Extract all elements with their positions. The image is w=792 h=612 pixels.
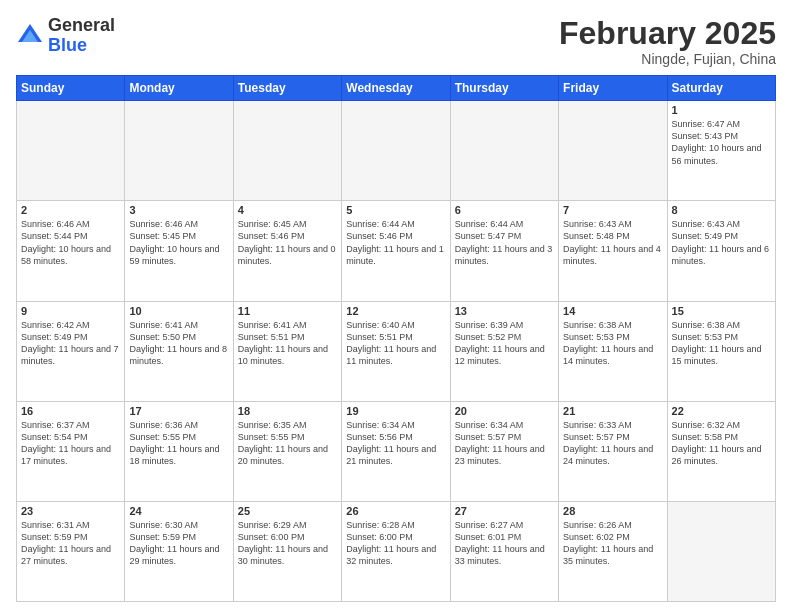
calendar-week-row: 9Sunrise: 6:42 AMSunset: 5:49 PMDaylight…	[17, 301, 776, 401]
day-info: Sunrise: 6:34 AMSunset: 5:56 PMDaylight:…	[346, 419, 445, 468]
day-number: 1	[672, 104, 771, 116]
month-year: February 2025	[559, 16, 776, 51]
logo-icon	[16, 22, 44, 50]
calendar-cell: 15Sunrise: 6:38 AMSunset: 5:53 PMDayligh…	[667, 301, 775, 401]
location: Ningde, Fujian, China	[559, 51, 776, 67]
day-info: Sunrise: 6:47 AMSunset: 5:43 PMDaylight:…	[672, 118, 771, 167]
day-info: Sunrise: 6:33 AMSunset: 5:57 PMDaylight:…	[563, 419, 662, 468]
day-info: Sunrise: 6:40 AMSunset: 5:51 PMDaylight:…	[346, 319, 445, 368]
day-number: 25	[238, 505, 337, 517]
calendar-cell: 16Sunrise: 6:37 AMSunset: 5:54 PMDayligh…	[17, 401, 125, 501]
day-info: Sunrise: 6:41 AMSunset: 5:50 PMDaylight:…	[129, 319, 228, 368]
day-info: Sunrise: 6:38 AMSunset: 5:53 PMDaylight:…	[672, 319, 771, 368]
calendar-cell: 20Sunrise: 6:34 AMSunset: 5:57 PMDayligh…	[450, 401, 558, 501]
calendar-cell	[342, 101, 450, 201]
calendar-week-row: 23Sunrise: 6:31 AMSunset: 5:59 PMDayligh…	[17, 501, 776, 601]
day-info: Sunrise: 6:28 AMSunset: 6:00 PMDaylight:…	[346, 519, 445, 568]
day-info: Sunrise: 6:46 AMSunset: 5:44 PMDaylight:…	[21, 218, 120, 267]
weekday-header: Sunday	[17, 76, 125, 101]
day-number: 19	[346, 405, 445, 417]
calendar-cell: 21Sunrise: 6:33 AMSunset: 5:57 PMDayligh…	[559, 401, 667, 501]
calendar-table: SundayMondayTuesdayWednesdayThursdayFrid…	[16, 75, 776, 602]
calendar-cell: 8Sunrise: 6:43 AMSunset: 5:49 PMDaylight…	[667, 201, 775, 301]
calendar-cell: 6Sunrise: 6:44 AMSunset: 5:47 PMDaylight…	[450, 201, 558, 301]
day-number: 27	[455, 505, 554, 517]
calendar-cell: 13Sunrise: 6:39 AMSunset: 5:52 PMDayligh…	[450, 301, 558, 401]
day-number: 26	[346, 505, 445, 517]
day-info: Sunrise: 6:36 AMSunset: 5:55 PMDaylight:…	[129, 419, 228, 468]
weekday-header: Saturday	[667, 76, 775, 101]
calendar-cell: 26Sunrise: 6:28 AMSunset: 6:00 PMDayligh…	[342, 501, 450, 601]
day-number: 7	[563, 204, 662, 216]
day-info: Sunrise: 6:39 AMSunset: 5:52 PMDaylight:…	[455, 319, 554, 368]
calendar-cell: 3Sunrise: 6:46 AMSunset: 5:45 PMDaylight…	[125, 201, 233, 301]
logo-blue: Blue	[48, 36, 115, 56]
calendar-cell: 24Sunrise: 6:30 AMSunset: 5:59 PMDayligh…	[125, 501, 233, 601]
day-info: Sunrise: 6:29 AMSunset: 6:00 PMDaylight:…	[238, 519, 337, 568]
weekday-row: SundayMondayTuesdayWednesdayThursdayFrid…	[17, 76, 776, 101]
weekday-header: Tuesday	[233, 76, 341, 101]
calendar-header: SundayMondayTuesdayWednesdayThursdayFrid…	[17, 76, 776, 101]
day-number: 6	[455, 204, 554, 216]
day-number: 10	[129, 305, 228, 317]
calendar-cell: 10Sunrise: 6:41 AMSunset: 5:50 PMDayligh…	[125, 301, 233, 401]
day-info: Sunrise: 6:27 AMSunset: 6:01 PMDaylight:…	[455, 519, 554, 568]
day-number: 16	[21, 405, 120, 417]
calendar-cell: 9Sunrise: 6:42 AMSunset: 5:49 PMDaylight…	[17, 301, 125, 401]
calendar-week-row: 1Sunrise: 6:47 AMSunset: 5:43 PMDaylight…	[17, 101, 776, 201]
calendar-cell: 27Sunrise: 6:27 AMSunset: 6:01 PMDayligh…	[450, 501, 558, 601]
calendar-cell	[450, 101, 558, 201]
day-info: Sunrise: 6:38 AMSunset: 5:53 PMDaylight:…	[563, 319, 662, 368]
calendar-cell: 7Sunrise: 6:43 AMSunset: 5:48 PMDaylight…	[559, 201, 667, 301]
day-number: 14	[563, 305, 662, 317]
day-number: 15	[672, 305, 771, 317]
logo: General Blue	[16, 16, 115, 56]
calendar-cell: 11Sunrise: 6:41 AMSunset: 5:51 PMDayligh…	[233, 301, 341, 401]
logo-text: General Blue	[48, 16, 115, 56]
calendar-cell: 23Sunrise: 6:31 AMSunset: 5:59 PMDayligh…	[17, 501, 125, 601]
page: General Blue February 2025 Ningde, Fujia…	[0, 0, 792, 612]
day-number: 11	[238, 305, 337, 317]
day-info: Sunrise: 6:46 AMSunset: 5:45 PMDaylight:…	[129, 218, 228, 267]
day-info: Sunrise: 6:43 AMSunset: 5:49 PMDaylight:…	[672, 218, 771, 267]
calendar-body: 1Sunrise: 6:47 AMSunset: 5:43 PMDaylight…	[17, 101, 776, 602]
calendar-week-row: 2Sunrise: 6:46 AMSunset: 5:44 PMDaylight…	[17, 201, 776, 301]
day-number: 8	[672, 204, 771, 216]
day-number: 9	[21, 305, 120, 317]
day-number: 22	[672, 405, 771, 417]
calendar-cell: 22Sunrise: 6:32 AMSunset: 5:58 PMDayligh…	[667, 401, 775, 501]
weekday-header: Wednesday	[342, 76, 450, 101]
calendar-cell: 19Sunrise: 6:34 AMSunset: 5:56 PMDayligh…	[342, 401, 450, 501]
day-number: 28	[563, 505, 662, 517]
day-info: Sunrise: 6:44 AMSunset: 5:46 PMDaylight:…	[346, 218, 445, 267]
day-info: Sunrise: 6:35 AMSunset: 5:55 PMDaylight:…	[238, 419, 337, 468]
day-number: 21	[563, 405, 662, 417]
weekday-header: Friday	[559, 76, 667, 101]
day-number: 23	[21, 505, 120, 517]
day-info: Sunrise: 6:44 AMSunset: 5:47 PMDaylight:…	[455, 218, 554, 267]
calendar-cell	[125, 101, 233, 201]
day-info: Sunrise: 6:34 AMSunset: 5:57 PMDaylight:…	[455, 419, 554, 468]
calendar-cell: 14Sunrise: 6:38 AMSunset: 5:53 PMDayligh…	[559, 301, 667, 401]
calendar-cell: 5Sunrise: 6:44 AMSunset: 5:46 PMDaylight…	[342, 201, 450, 301]
day-number: 17	[129, 405, 228, 417]
day-number: 12	[346, 305, 445, 317]
day-info: Sunrise: 6:43 AMSunset: 5:48 PMDaylight:…	[563, 218, 662, 267]
day-number: 4	[238, 204, 337, 216]
calendar-cell: 4Sunrise: 6:45 AMSunset: 5:46 PMDaylight…	[233, 201, 341, 301]
calendar-cell	[17, 101, 125, 201]
calendar-cell: 2Sunrise: 6:46 AMSunset: 5:44 PMDaylight…	[17, 201, 125, 301]
day-info: Sunrise: 6:45 AMSunset: 5:46 PMDaylight:…	[238, 218, 337, 267]
day-info: Sunrise: 6:26 AMSunset: 6:02 PMDaylight:…	[563, 519, 662, 568]
calendar-cell: 12Sunrise: 6:40 AMSunset: 5:51 PMDayligh…	[342, 301, 450, 401]
header: General Blue February 2025 Ningde, Fujia…	[16, 16, 776, 67]
day-info: Sunrise: 6:31 AMSunset: 5:59 PMDaylight:…	[21, 519, 120, 568]
day-info: Sunrise: 6:42 AMSunset: 5:49 PMDaylight:…	[21, 319, 120, 368]
calendar-cell: 25Sunrise: 6:29 AMSunset: 6:00 PMDayligh…	[233, 501, 341, 601]
day-info: Sunrise: 6:32 AMSunset: 5:58 PMDaylight:…	[672, 419, 771, 468]
day-number: 2	[21, 204, 120, 216]
day-info: Sunrise: 6:37 AMSunset: 5:54 PMDaylight:…	[21, 419, 120, 468]
day-number: 24	[129, 505, 228, 517]
day-info: Sunrise: 6:30 AMSunset: 5:59 PMDaylight:…	[129, 519, 228, 568]
weekday-header: Monday	[125, 76, 233, 101]
